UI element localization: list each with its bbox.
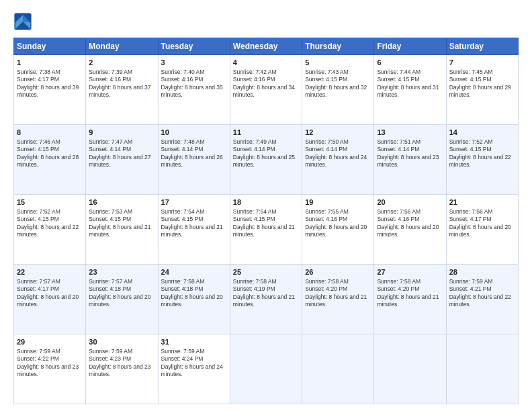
table-row: 11Sunrise: 7:49 AMSunset: 4:14 PMDayligh… (230, 125, 302, 195)
table-row (302, 334, 374, 404)
day-number: 23 (89, 267, 154, 277)
table-row: 24Sunrise: 7:58 AMSunset: 4:18 PMDayligh… (158, 265, 230, 334)
table-row (230, 334, 302, 404)
col-monday: Monday (86, 38, 158, 55)
table-row: 9Sunrise: 7:47 AMSunset: 4:14 PMDaylight… (86, 125, 158, 195)
table-row: 18Sunrise: 7:54 AMSunset: 4:15 PMDayligh… (230, 195, 302, 265)
day-number: 24 (161, 267, 227, 277)
table-row: 1Sunrise: 7:38 AMSunset: 4:17 PMDaylight… (14, 55, 86, 125)
table-row: 20Sunrise: 7:56 AMSunset: 4:16 PMDayligh… (374, 195, 446, 265)
day-number: 29 (17, 337, 83, 347)
table-row: 2Sunrise: 7:39 AMSunset: 4:16 PMDaylight… (86, 55, 158, 125)
table-row: 12Sunrise: 7:50 AMSunset: 4:14 PMDayligh… (302, 125, 374, 195)
table-row: 23Sunrise: 7:57 AMSunset: 4:18 PMDayligh… (86, 265, 158, 334)
table-row: 3Sunrise: 7:40 AMSunset: 4:16 PMDaylight… (158, 55, 230, 125)
table-row: 15Sunrise: 7:52 AMSunset: 4:15 PMDayligh… (14, 195, 86, 265)
table-row (374, 334, 446, 404)
day-number: 16 (89, 197, 154, 208)
day-number: 1 (17, 58, 83, 68)
day-number: 25 (233, 267, 299, 277)
day-number: 22 (17, 267, 83, 277)
table-row: 22Sunrise: 7:57 AMSunset: 4:17 PMDayligh… (14, 265, 86, 334)
table-row: 10Sunrise: 7:48 AMSunset: 4:14 PMDayligh… (158, 125, 230, 195)
col-thursday: Thursday (302, 38, 374, 55)
table-row: 27Sunrise: 7:58 AMSunset: 4:20 PMDayligh… (374, 265, 446, 334)
calendar-row-2: 8Sunrise: 7:46 AMSunset: 4:15 PMDaylight… (14, 125, 519, 195)
table-row: 21Sunrise: 7:56 AMSunset: 4:17 PMDayligh… (446, 195, 518, 265)
col-wednesday: Wednesday (230, 38, 302, 55)
table-row (446, 334, 518, 404)
calendar-header-row: Sunday Monday Tuesday Wednesday Thursday… (14, 38, 519, 55)
table-row: 29Sunrise: 7:59 AMSunset: 4:22 PMDayligh… (14, 334, 86, 404)
day-number: 9 (89, 128, 154, 138)
day-number: 30 (89, 337, 154, 347)
day-number: 4 (233, 58, 299, 68)
day-number: 15 (17, 197, 83, 208)
table-row: 16Sunrise: 7:53 AMSunset: 4:15 PMDayligh… (86, 195, 158, 265)
table-row: 30Sunrise: 7:59 AMSunset: 4:23 PMDayligh… (86, 334, 158, 404)
calendar-row-5: 29Sunrise: 7:59 AMSunset: 4:22 PMDayligh… (14, 334, 519, 404)
day-number: 3 (161, 58, 227, 68)
day-number: 7 (449, 58, 515, 68)
calendar-row-1: 1Sunrise: 7:38 AMSunset: 4:17 PMDaylight… (14, 55, 519, 125)
table-row: 25Sunrise: 7:58 AMSunset: 4:19 PMDayligh… (230, 265, 302, 334)
header (13, 12, 519, 31)
day-number: 13 (377, 128, 443, 138)
day-number: 2 (89, 58, 154, 68)
day-number: 31 (161, 337, 227, 347)
table-row: 8Sunrise: 7:46 AMSunset: 4:15 PMDaylight… (14, 125, 86, 195)
col-sunday: Sunday (14, 38, 86, 55)
table-row: 4Sunrise: 7:42 AMSunset: 4:16 PMDaylight… (230, 55, 302, 125)
day-number: 14 (449, 128, 515, 138)
day-number: 19 (305, 197, 371, 208)
col-friday: Friday (374, 38, 446, 55)
page: Sunday Monday Tuesday Wednesday Thursday… (0, 0, 532, 411)
day-number: 27 (377, 267, 443, 277)
day-number: 21 (449, 197, 515, 208)
table-row: 6Sunrise: 7:44 AMSunset: 4:15 PMDaylight… (374, 55, 446, 125)
table-row: 7Sunrise: 7:45 AMSunset: 4:15 PMDaylight… (446, 55, 518, 125)
logo (13, 12, 35, 31)
day-number: 11 (233, 128, 299, 138)
day-number: 10 (161, 128, 227, 138)
day-number: 18 (233, 197, 299, 208)
table-row: 26Sunrise: 7:58 AMSunset: 4:20 PMDayligh… (302, 265, 374, 334)
table-row: 19Sunrise: 7:55 AMSunset: 4:16 PMDayligh… (302, 195, 374, 265)
col-tuesday: Tuesday (158, 38, 230, 55)
day-number: 5 (305, 58, 371, 68)
logo-icon (13, 12, 32, 31)
calendar-row-4: 22Sunrise: 7:57 AMSunset: 4:17 PMDayligh… (14, 265, 519, 334)
day-number: 12 (305, 128, 371, 138)
day-number: 28 (449, 267, 515, 277)
table-row: 31Sunrise: 7:59 AMSunset: 4:24 PMDayligh… (158, 334, 230, 404)
table-row: 5Sunrise: 7:43 AMSunset: 4:15 PMDaylight… (302, 55, 374, 125)
calendar-row-3: 15Sunrise: 7:52 AMSunset: 4:15 PMDayligh… (14, 195, 519, 265)
day-number: 26 (305, 267, 371, 277)
table-row: 28Sunrise: 7:59 AMSunset: 4:21 PMDayligh… (446, 265, 518, 334)
table-row: 17Sunrise: 7:54 AMSunset: 4:15 PMDayligh… (158, 195, 230, 265)
col-saturday: Saturday (446, 38, 518, 55)
calendar-table: Sunday Monday Tuesday Wednesday Thursday… (13, 38, 519, 404)
day-number: 6 (377, 58, 443, 68)
day-number: 17 (161, 197, 227, 208)
table-row: 13Sunrise: 7:51 AMSunset: 4:14 PMDayligh… (374, 125, 446, 195)
table-row: 14Sunrise: 7:52 AMSunset: 4:15 PMDayligh… (446, 125, 518, 195)
day-number: 8 (17, 128, 83, 138)
day-number: 20 (377, 197, 443, 208)
